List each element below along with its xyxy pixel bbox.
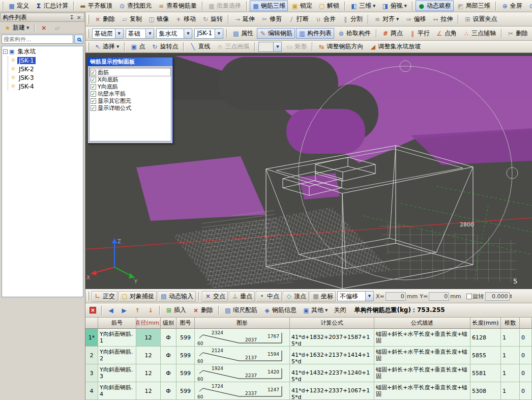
toolbar-grip[interactable] <box>2 2 3 11</box>
component-select[interactable]: JSK-1 ▼ <box>194 28 223 39</box>
chevron-down-icon[interactable]: ▼ <box>215 29 223 38</box>
shape-diagram-cell[interactable]: 1724 60 2337 1247 <box>195 382 290 400</box>
parallel-axis-button[interactable]: ∥ 平行 <box>406 28 432 39</box>
column-header[interactable]: 级别 <box>161 318 176 329</box>
shape-diagram-cell[interactable]: 1924 60 2237 1420 <box>195 364 290 382</box>
count-cell[interactable]: 1 <box>501 329 520 347</box>
rebar-info-button[interactable]: ◈ 钢筋信息 <box>261 305 299 316</box>
column-header[interactable]: 直径(mm) <box>136 318 161 329</box>
pin-icon[interactable]: ↧ <box>68 14 75 21</box>
perpendicular-snap-button[interactable]: ⊥ 垂点 <box>229 291 255 302</box>
checkbox-checked-icon[interactable]: ✓ <box>91 70 96 75</box>
rebar-3d-button[interactable]: ▦ 钢筋三维 <box>250 1 288 11</box>
dynamic-input-toggle[interactable]: ▤ 动态输入 <box>158 291 196 302</box>
merge-button[interactable]: ∪ 合并 <box>312 14 338 24</box>
fullscreen-button[interactable]: ⊕ 全屏 <box>499 1 525 11</box>
rotate-checkbox[interactable] <box>466 294 472 299</box>
column-header[interactable]: 筋号 <box>98 318 136 329</box>
stretch-button[interactable]: ↔ 拉伸 <box>429 14 455 24</box>
rebar-display-panel-title[interactable]: 钢筋显示控制面板 <box>88 58 172 66</box>
calc-formula-cell[interactable]: 41*d+1232+2337+1067+15*d <box>290 382 374 400</box>
diameter-cell[interactable]: 12 <box>136 347 161 364</box>
tree-item-jsk-2[interactable]: ☼ JSK-2 <box>11 65 82 73</box>
length-cell[interactable]: 6128 <box>470 329 501 347</box>
search-button[interactable] <box>74 35 83 44</box>
component-category-select[interactable]: 集水坑 ▼ <box>156 28 192 39</box>
delete-button[interactable]: × 删除 <box>92 14 117 24</box>
toolbar-grip[interactable] <box>87 292 89 301</box>
delete-row-button[interactable]: × 删除 <box>190 305 216 316</box>
next-rebar-button[interactable]: ▶ <box>118 306 130 315</box>
toolbar-grip[interactable] <box>87 29 89 38</box>
toggle-surface-rebar[interactable]: ✓ 面筋 <box>90 69 170 76</box>
move-up-button[interactable]: ↑ <box>131 306 143 315</box>
calc-formula-cell[interactable]: 41*d+1432+2237+1240+15*d <box>290 364 374 382</box>
row-number-cell[interactable]: 1* <box>85 329 98 347</box>
select-tool-button[interactable]: ↖ 选择 ▼ <box>92 41 122 52</box>
move-down-button[interactable]: ↓ <box>144 306 157 315</box>
column-header[interactable]: 图形 <box>195 318 290 329</box>
y-coordinate-input[interactable] <box>429 292 449 301</box>
delete-aux-axis-button[interactable]: ✂ 删除 <box>505 28 530 39</box>
collapse-icon[interactable]: - <box>3 49 8 54</box>
3d-viewport[interactable]: Z X Y 2800 5 钢筋显示控制面板 ✓ 面筋 ✓ X <box>85 53 532 289</box>
column-header[interactable]: 根数 <box>501 318 520 329</box>
point-angle-axis-button[interactable]: ∠ 点角 <box>433 28 459 39</box>
draw-mode-select[interactable]: ▼ <box>258 42 282 52</box>
column-header[interactable]: 图号 <box>176 318 195 329</box>
figure-number-cell[interactable]: 599 <box>176 329 195 347</box>
midpoint-snap-button[interactable]: • 中点 <box>256 291 282 302</box>
toolbar-grip[interactable] <box>87 15 89 24</box>
checkbox-checked-icon[interactable]: ✓ <box>91 91 96 97</box>
figure-number-cell[interactable]: 599 <box>176 347 195 364</box>
steel-grade-cell[interactable]: Ф <box>161 347 176 364</box>
other-menu-button[interactable]: ▣ 其他 ▼ <box>300 305 330 316</box>
tree-item-jsk-3[interactable]: ☼ JSK-3 <box>11 73 82 82</box>
find-element-button[interactable]: ⊙ 查找图元 <box>116 1 154 11</box>
formula-description-cell[interactable]: 锚固+斜长+水平长度+垂直长度+锚固 <box>374 364 470 382</box>
checkbox-checked-icon[interactable]: ✓ <box>91 77 96 82</box>
figure-number-cell[interactable]: 599 <box>176 364 195 382</box>
close-rebar-pane-button[interactable]: × <box>87 306 99 315</box>
row-number-cell[interactable]: 4 <box>85 382 98 400</box>
column-header[interactable]: 计算公式 <box>290 318 374 329</box>
partial-3d-button[interactable]: ◩ 局部三维 <box>455 1 493 11</box>
chevron-down-icon[interactable]: ▼ <box>145 29 154 38</box>
mirror-button[interactable]: ◫ 镜像 <box>145 14 171 24</box>
formula-description-cell[interactable]: 锚固+斜长+水平长度+垂直长度+锚固 <box>374 329 470 347</box>
view-rebar-qty-button[interactable]: ≡ 查看钢筋量 <box>155 1 199 11</box>
table-row[interactable]: 1* Y向斜面钢筋.1 12 Ф 599 2324 60 2037 1767 <box>85 329 532 347</box>
break-button[interactable]: ∕ 打断 <box>285 14 311 24</box>
column-header[interactable]: 公式描述 <box>374 318 470 329</box>
diameter-cell[interactable]: 12 <box>136 382 161 400</box>
tree-item-jsk-4[interactable]: ☼ JSK-4 <box>11 82 82 91</box>
lap-cell[interactable]: 0 <box>520 364 532 382</box>
steel-grade-cell[interactable]: Ф <box>161 329 176 347</box>
copy-component-button[interactable]: ▱ <box>51 23 63 33</box>
count-cell[interactable]: 1 <box>501 382 520 400</box>
calc-formula-cell[interactable]: 41*d+1832+2037+1587+15*d <box>290 329 374 347</box>
object-snap-toggle[interactable]: ▢ 对象捕捉 <box>119 291 157 302</box>
top-view-button[interactable]: ◨ 俯视 ▼ <box>379 1 409 11</box>
diameter-cell[interactable]: 12 <box>136 329 161 347</box>
move-button[interactable]: + 移动 <box>172 14 198 24</box>
offset-select[interactable]: 不偏移 ▼ <box>337 291 374 301</box>
row-number-cell[interactable]: 3 <box>85 364 98 382</box>
close-icon[interactable]: × <box>75 14 82 21</box>
length-cell[interactable]: 5581 <box>470 364 501 382</box>
lap-cell[interactable]: 0 <box>520 329 532 347</box>
tree-root-sump-pit[interactable]: - ▣ 集水坑 <box>3 47 82 56</box>
rotate-point-tool-button[interactable]: ↻ 旋转点 <box>149 41 181 52</box>
diameter-cell[interactable]: 12 <box>136 364 161 382</box>
align-slab-top-button[interactable]: ▬ 平齐板顶 <box>77 1 115 11</box>
lock-button[interactable]: ▣ 锁定 <box>289 1 315 11</box>
row-number-cell[interactable]: 2 <box>85 347 98 364</box>
rebar-name-cell[interactable]: Y向斜面钢筋.4 <box>98 382 136 400</box>
point-tool-button[interactable]: ▣ 点 <box>128 41 147 52</box>
define-button[interactable]: ▦ 定义 <box>6 1 32 11</box>
close-button[interactable]: 关闭 <box>331 305 348 316</box>
unlock-button[interactable]: ▢ 解锁 <box>316 1 342 11</box>
table-row[interactable]: 3 Y向斜面钢筋.3 12 Ф 599 1924 60 2237 1420 <box>85 364 532 382</box>
view-3d-button[interactable]: ◧ 三维 ▼ <box>348 1 378 11</box>
lap-cell[interactable]: 0 <box>520 382 532 400</box>
